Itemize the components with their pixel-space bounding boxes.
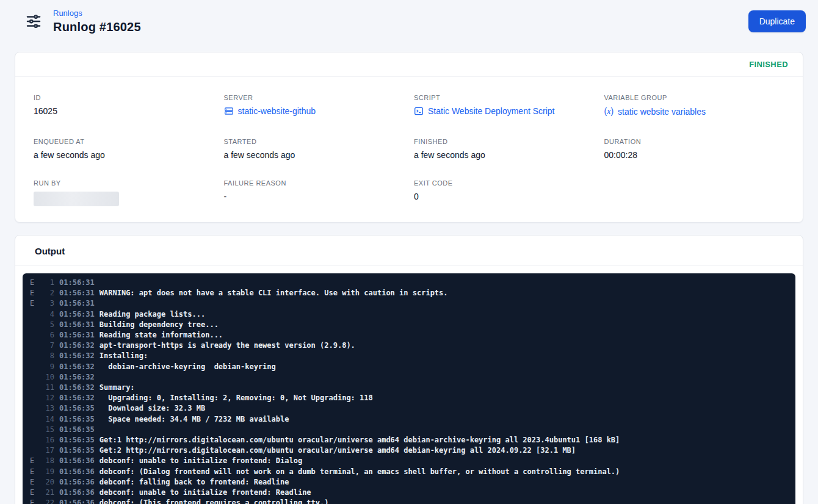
field-value-link[interactable]: Static Website Deployment Script xyxy=(414,106,555,116)
line-timestamp: 01:56:31 xyxy=(59,330,95,340)
field-value-link[interactable]: static-website-github xyxy=(224,106,316,116)
stderr-marker xyxy=(30,309,38,320)
line-text: Upgrading: 0, Installing: 2, Removing: 0… xyxy=(100,393,373,403)
runlogs-logo-icon xyxy=(24,12,43,33)
terminal-icon xyxy=(414,106,424,116)
field-value: 0 xyxy=(414,192,595,201)
line-text: Reading package lists... xyxy=(100,309,205,320)
stderr-marker xyxy=(30,330,38,340)
line-number: 15 xyxy=(38,425,54,435)
line-text: Get:2 http://mirrors.digitalocean.com/ub… xyxy=(100,445,576,456)
line-number: 22 xyxy=(38,498,54,504)
terminal-line: E101:56:31 xyxy=(30,278,789,288)
stderr-marker: E xyxy=(30,278,38,288)
line-text: debconf: unable to initialize frontend: … xyxy=(100,488,311,498)
terminal-line: E2101:56:36debconf: unable to initialize… xyxy=(30,488,789,498)
stderr-marker xyxy=(30,320,38,330)
line-number: 12 xyxy=(38,393,54,403)
terminal-line: 901:56:32 debian-archive-keyring debian-… xyxy=(30,362,789,372)
line-timestamp: 01:56:36 xyxy=(59,488,95,498)
stderr-marker: E xyxy=(30,467,38,477)
field-label: ID xyxy=(34,94,214,101)
line-text: Summary: xyxy=(100,383,135,393)
line-text: debconf: (This frontend requires a contr… xyxy=(100,498,329,504)
line-text: debian-archive-keyring debian-keyring xyxy=(100,362,276,372)
runlog-details-card: FINISHED ID16025SERVERstatic-website-git… xyxy=(15,52,803,223)
terminal-output[interactable]: E101:56:31E201:56:31WARNING: apt does no… xyxy=(23,273,795,504)
line-timestamp: 01:56:36 xyxy=(59,456,95,466)
page-header: Runlogs Runlog #16025 Duplicate xyxy=(15,0,803,52)
stderr-marker xyxy=(30,340,38,351)
status-row: FINISHED xyxy=(15,52,803,77)
line-timestamp: 01:56:35 xyxy=(59,403,95,414)
field-enqueued-at: ENQUEUED ATa few seconds ago xyxy=(34,138,214,160)
terminal-line: 1001:56:32 xyxy=(30,372,789,383)
line-text: debconf: falling back to frontend: Readl… xyxy=(100,477,289,488)
line-text: Reading state information... xyxy=(100,330,223,340)
duplicate-button[interactable]: Duplicate xyxy=(748,10,806,32)
field-exit-code: EXIT CODE0 xyxy=(414,179,595,206)
line-number: 2 xyxy=(38,288,54,298)
line-timestamp: 01:56:35 xyxy=(59,414,95,425)
terminal-line: 801:56:32Installing: xyxy=(30,351,789,361)
line-timestamp: 01:56:32 xyxy=(59,362,95,372)
variable-icon: (x) xyxy=(604,106,614,117)
terminal-line: 1201:56:32 Upgrading: 0, Installing: 2, … xyxy=(30,393,789,403)
field-script: SCRIPTStatic Website Deployment Script xyxy=(414,94,595,118)
line-timestamp: 01:56:35 xyxy=(59,445,95,456)
stderr-marker xyxy=(30,393,38,403)
line-timestamp: 01:56:36 xyxy=(59,498,95,504)
field-label: ENQUEUED AT xyxy=(34,138,214,145)
line-number: 9 xyxy=(38,362,54,372)
page-title: Runlog #16025 xyxy=(53,20,141,34)
field-label: FAILURE REASON xyxy=(224,179,405,187)
stderr-marker xyxy=(30,403,38,414)
stderr-marker xyxy=(30,435,38,445)
line-number: 4 xyxy=(38,309,54,320)
line-text: debconf: unable to initialize frontend: … xyxy=(100,456,302,466)
line-timestamp: 01:56:31 xyxy=(59,288,95,298)
line-text: apt-transport-https is already the newes… xyxy=(100,340,355,351)
line-timestamp: 01:56:31 xyxy=(59,320,95,330)
line-text: Building dependency tree... xyxy=(100,320,219,330)
line-timestamp: 01:56:36 xyxy=(59,467,95,477)
redacted-value xyxy=(34,192,119,206)
field-value: a few seconds ago xyxy=(34,150,214,160)
terminal-line: 1701:56:35Get:2 http://mirrors.digitaloc… xyxy=(30,445,789,456)
line-text: Space needed: 34.4 MB / 7232 MB availabl… xyxy=(100,414,289,425)
output-card: Output E101:56:31E201:56:31WARNING: apt … xyxy=(15,235,803,504)
field-variable-group: VARIABLE GROUP(x)static website variable… xyxy=(604,94,785,118)
line-timestamp: 01:56:31 xyxy=(59,278,95,288)
line-number: 6 xyxy=(38,330,54,340)
line-timestamp: 01:56:31 xyxy=(59,298,95,309)
field-label: VARIABLE GROUP xyxy=(604,94,785,101)
details-grid: ID16025SERVERstatic-website-githubSCRIPT… xyxy=(15,77,803,222)
line-timestamp: 01:56:35 xyxy=(59,425,95,435)
output-title: Output xyxy=(35,246,783,256)
line-number: 21 xyxy=(38,488,54,498)
field-value: 00:00:28 xyxy=(604,150,785,160)
field-label: EXIT CODE xyxy=(414,179,595,187)
page: Runlogs Runlog #16025 Duplicate FINISHED… xyxy=(0,0,818,504)
line-number: 5 xyxy=(38,320,54,330)
line-timestamp: 01:56:32 xyxy=(59,393,95,403)
field-label: SERVER xyxy=(224,94,405,101)
breadcrumb[interactable]: Runlogs xyxy=(53,9,141,18)
field-failure-reason: FAILURE REASON- xyxy=(224,179,405,206)
field-server: SERVERstatic-website-github xyxy=(224,94,405,118)
terminal-line: 1501:56:35 xyxy=(30,425,789,435)
stderr-marker: E xyxy=(30,288,38,298)
field-label: DURATION xyxy=(604,138,785,145)
line-timestamp: 01:56:32 xyxy=(59,383,95,393)
line-number: 8 xyxy=(38,351,54,361)
field-value: 16025 xyxy=(34,106,214,116)
line-timestamp: 01:56:36 xyxy=(59,477,95,488)
field-finished: FINISHEDa few seconds ago xyxy=(414,138,595,160)
line-text: WARNING: apt does not have a stable CLI … xyxy=(100,288,448,298)
link-label: Static Website Deployment Script xyxy=(428,106,555,116)
field-label: STARTED xyxy=(224,138,405,145)
terminal-line: 601:56:31Reading state information... xyxy=(30,330,789,340)
stderr-marker xyxy=(30,414,38,425)
field-value-link[interactable]: (x)static website variables xyxy=(604,106,706,117)
field-value: - xyxy=(224,192,405,201)
